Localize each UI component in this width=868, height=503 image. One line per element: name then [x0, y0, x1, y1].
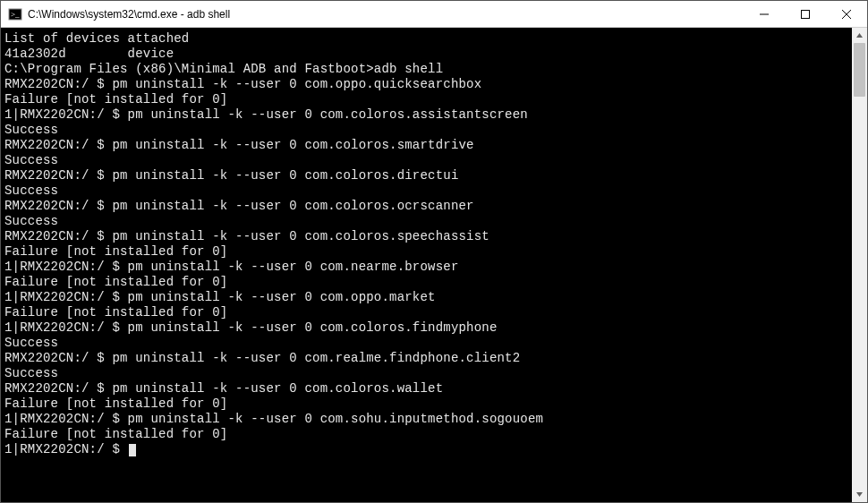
minimize-button[interactable]	[744, 1, 785, 28]
terminal-line: 1|RMX2202CN:/ $ pm uninstall -k --user 0…	[4, 107, 847, 123]
terminal-line: 41a2302d device	[4, 47, 847, 62]
terminal-line: Failure [not installed for 0]	[4, 427, 847, 442]
scroll-up-button[interactable]	[852, 28, 867, 43]
terminal-line: Success	[4, 183, 847, 199]
svg-marker-6	[856, 33, 863, 38]
terminal-line: RMX2202CN:/ $ pm uninstall -k --user 0 c…	[4, 77, 847, 92]
terminal-line: Success	[4, 336, 847, 351]
terminal-line: RMX2202CN:/ $ pm uninstall -k --user 0 c…	[4, 168, 847, 183]
terminal-line: RMX2202CN:/ $ pm uninstall -k --user 0 c…	[4, 138, 847, 153]
terminal-line: Success	[4, 153, 847, 168]
terminal-line: Failure [not installed for 0]	[4, 244, 847, 260]
terminal-output[interactable]: List of devices attached41a2302d deviceC…	[1, 28, 852, 502]
terminal-line: RMX2202CN:/ $ pm uninstall -k --user 0 c…	[4, 199, 847, 214]
cursor	[129, 444, 136, 456]
close-button[interactable]	[826, 1, 867, 28]
svg-rect-3	[802, 10, 810, 18]
terminal-line: RMX2202CN:/ $ pm uninstall -k --user 0 c…	[4, 351, 847, 366]
client-area: List of devices attached41a2302d deviceC…	[1, 28, 867, 502]
terminal-line: 1|RMX2202CN:/ $ pm uninstall -k --user 0…	[4, 320, 847, 336]
terminal-line: RMX2202CN:/ $ pm uninstall -k --user 0 c…	[4, 381, 847, 396]
titlebar[interactable]: >_ C:\Windows\system32\cmd.exe - adb she…	[1, 1, 867, 28]
terminal-line: Success	[4, 214, 847, 229]
terminal-line: 1|RMX2202CN:/ $ pm uninstall -k --user 0…	[4, 412, 847, 427]
maximize-button[interactable]	[785, 1, 826, 28]
terminal-line: 1|RMX2202CN:/ $	[4, 442, 847, 457]
terminal-line: Success	[4, 366, 847, 381]
scroll-down-button[interactable]	[852, 487, 867, 502]
scroll-track[interactable]	[852, 43, 867, 487]
terminal-line: Failure [not installed for 0]	[4, 275, 847, 290]
terminal-line: 1|RMX2202CN:/ $ pm uninstall -k --user 0…	[4, 260, 847, 275]
cmd-window: >_ C:\Windows\system32\cmd.exe - adb she…	[0, 0, 868, 503]
terminal-line: List of devices attached	[4, 31, 847, 47]
svg-marker-7	[856, 492, 863, 497]
terminal-line: RMX2202CN:/ $ pm uninstall -k --user 0 c…	[4, 229, 847, 244]
terminal-line: 1|RMX2202CN:/ $ pm uninstall -k --user 0…	[4, 290, 847, 305]
vertical-scrollbar[interactable]	[852, 28, 867, 502]
svg-text:>_: >_	[11, 10, 20, 19]
cmd-icon: >_	[8, 7, 22, 21]
terminal-line: Success	[4, 123, 847, 138]
terminal-line: Failure [not installed for 0]	[4, 305, 847, 320]
terminal-line: Failure [not installed for 0]	[4, 396, 847, 412]
scroll-thumb[interactable]	[854, 43, 865, 97]
window-title: C:\Windows\system32\cmd.exe - adb shell	[28, 8, 230, 21]
terminal-line: C:\Program Files (x86)\Minimal ADB and F…	[4, 62, 847, 77]
terminal-line: Failure [not installed for 0]	[4, 92, 847, 107]
